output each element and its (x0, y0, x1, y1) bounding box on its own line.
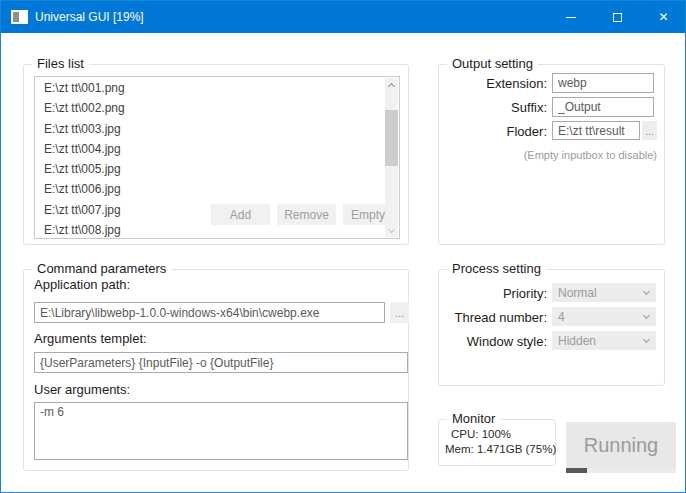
running-button[interactable]: Running (566, 422, 676, 468)
empty-button[interactable]: Empty (343, 204, 393, 225)
chevron-down-icon (643, 288, 650, 295)
extension-input[interactable] (552, 73, 654, 93)
window-style-label: Window style: (439, 334, 547, 349)
maximize-icon (613, 13, 622, 22)
window-style-select[interactable]: Hidden (552, 331, 656, 350)
close-button[interactable]: ✕ (640, 1, 686, 33)
chevron-down-icon (388, 225, 395, 232)
priority-label: Priority: (439, 286, 547, 301)
files-list-group: Files list E:\zt tt\001.png E:\zt tt\002… (23, 64, 409, 245)
chevron-down-icon (643, 336, 650, 343)
process-setting-group-label: Process setting (447, 261, 546, 276)
minimize-icon (566, 17, 576, 18)
output-hint: (Empty inputbox to disable) (439, 149, 657, 161)
app-icon-pane (13, 12, 19, 22)
file-list-item[interactable]: E:\zt tt\003.jpg (35, 119, 399, 139)
close-icon: ✕ (658, 11, 668, 23)
titlebar[interactable]: Universal GUI [19%] ✕ (1, 1, 685, 33)
file-list-item[interactable]: E:\zt tt\002.png (35, 98, 399, 118)
window-title: Universal GUI [19%] (35, 1, 144, 33)
command-parameters-group: Command parameters Application path: ...… (23, 269, 409, 471)
scrollbar-up-icon[interactable] (385, 78, 398, 92)
chevron-up-icon (388, 83, 395, 90)
suffix-input[interactable] (552, 97, 654, 117)
output-setting-group-label: Output setting (447, 56, 538, 71)
monitor-group-label: Monitor (447, 411, 500, 426)
suffix-label: Suffix: (439, 100, 547, 115)
extension-label: Extension: (439, 76, 547, 91)
priority-value: Normal (558, 286, 597, 300)
progress-bar (566, 468, 676, 473)
file-list-item[interactable]: E:\zt tt\004.jpg (35, 139, 399, 159)
arguments-templet-label: Arguments templet: (34, 331, 147, 346)
thread-number-select[interactable]: 4 (552, 307, 656, 326)
window-style-value: Hidden (558, 334, 596, 348)
user-arguments-label: User arguments: (34, 382, 130, 397)
app-window: Universal GUI [19%] ✕ Files list E:\zt t… (0, 0, 686, 493)
scrollbar-down-icon[interactable] (385, 223, 398, 237)
process-setting-group: Process setting Priority: Normal Thread … (438, 269, 665, 386)
application-path-input[interactable] (34, 302, 385, 323)
chevron-down-icon (643, 312, 650, 319)
command-parameters-group-label: Command parameters (32, 261, 171, 276)
cpu-usage-text: CPU: 100% (451, 427, 555, 442)
app-icon (11, 10, 28, 24)
user-arguments-textarea[interactable]: -m 6 (34, 402, 408, 460)
application-path-label: Application path: (34, 277, 130, 292)
priority-select[interactable]: Normal (552, 283, 656, 302)
file-list-item[interactable]: E:\zt tt\005.jpg (35, 159, 399, 179)
output-setting-group: Output setting Extension: Suffix: Floder… (438, 64, 665, 245)
file-list-item[interactable]: E:\zt tt\006.jpg (35, 179, 399, 199)
folder-browse-button[interactable]: ... (642, 121, 657, 140)
progress-fill (566, 468, 587, 473)
folder-input[interactable] (552, 121, 640, 140)
application-path-browse-button[interactable]: ... (390, 302, 409, 323)
maximize-button[interactable] (594, 1, 640, 33)
thread-number-label: Thread number: (439, 310, 547, 325)
thread-number-value: 4 (558, 310, 565, 324)
arguments-templet-input[interactable] (34, 352, 408, 373)
memory-usage-text: Mem: 1.471GB (75%) (445, 442, 555, 457)
minimize-button[interactable] (548, 1, 594, 33)
folder-label: Floder: (439, 124, 547, 139)
files-list-group-label: Files list (32, 56, 89, 71)
monitor-group: Monitor CPU: 100% Mem: 1.471GB (75%) (438, 419, 556, 466)
add-button[interactable]: Add (211, 204, 270, 225)
scrollbar-thumb[interactable] (385, 110, 398, 166)
file-list-item[interactable]: E:\zt tt\001.png (35, 78, 399, 98)
remove-button[interactable]: Remove (277, 204, 336, 225)
